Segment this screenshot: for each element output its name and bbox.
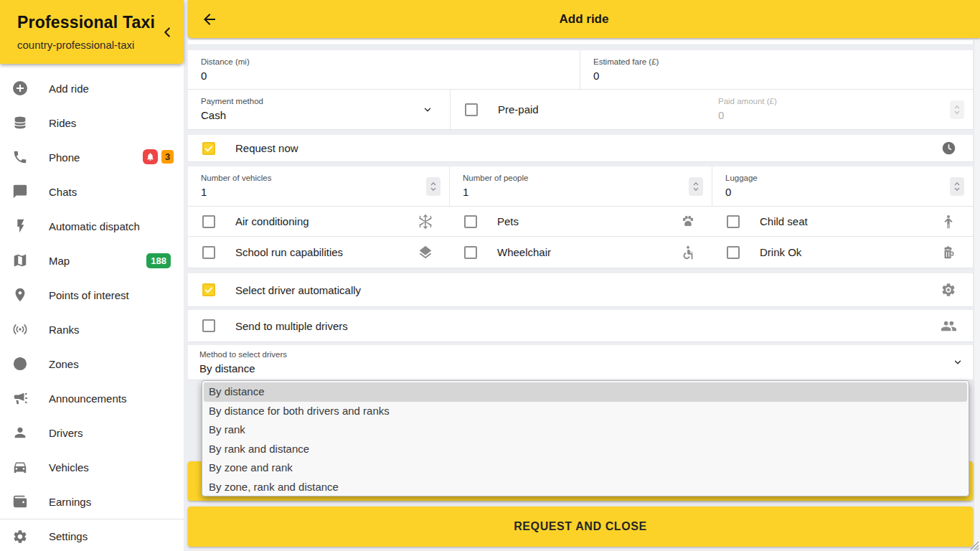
luggage-stepper[interactable] (950, 177, 964, 196)
air-conditioning-label: Air conditioning (235, 215, 309, 227)
distance-field[interactable]: Distance (mi) 0 (188, 50, 580, 89)
chevron-down-icon (953, 357, 963, 370)
dropdown-option-by-distance-both[interactable]: By distance for both drivers and ranks (202, 402, 969, 421)
bolt-icon (11, 217, 29, 235)
sidebar-item-label: Rides (49, 117, 76, 129)
app-title: Professional Taxi (17, 13, 155, 32)
scrolled-row-stub (188, 40, 973, 45)
sidebar-item-label: Points of interest (49, 289, 129, 301)
number-of-people-input[interactable]: 1 (463, 186, 712, 198)
method-to-select-drivers-select[interactable]: Method to select drivers By distance (188, 345, 973, 380)
estimated-fare-label: Estimated fare (£) (593, 57, 973, 66)
dropdown-option-by-zone-and-rank[interactable]: By zone and rank (202, 458, 969, 478)
luggage-field[interactable]: Luggage 0 (712, 166, 973, 206)
number-of-vehicles-stepper[interactable] (426, 177, 440, 196)
request-and-close-button[interactable]: REQUEST AND CLOSE (188, 507, 973, 547)
estimated-fare-field[interactable]: Estimated fare (£) 0 (580, 50, 973, 89)
number-of-people-field[interactable]: Number of people 1 (450, 166, 712, 206)
sidebar-item-label: Chats (49, 186, 77, 198)
paid-amount-label: Paid amount (£) (718, 97, 973, 105)
sidebar-item-rides[interactable]: Rides (0, 105, 184, 140)
send-to-multiple-drivers-label: Send to multiple drivers (235, 320, 348, 332)
pre-paid-checkbox[interactable] (465, 103, 478, 116)
sidebar-item-zones[interactable]: Zones (0, 347, 184, 381)
request-now-checkbox[interactable] (202, 142, 215, 155)
sidebar-item-automatic-dispatch[interactable]: Automatic dispatch (0, 209, 184, 243)
vertical-scrollbar[interactable] (974, 39, 980, 551)
add-circle-icon (11, 80, 29, 97)
row-request-now: Request now (188, 135, 973, 162)
child-seat-checkbox[interactable] (727, 215, 740, 228)
sidebar-item-label: Vehicles (49, 461, 89, 474)
air-conditioning-checkbox[interactable] (202, 215, 215, 228)
sidebar-item-add-ride[interactable]: Add ride (0, 71, 184, 105)
sidebar-item-label: Add ride (49, 83, 89, 95)
sidebar-item-earnings[interactable]: Earnings (0, 484, 184, 519)
wheelchair-checkbox[interactable] (464, 246, 477, 259)
child-icon (940, 213, 957, 230)
map-icon (11, 252, 29, 269)
resize-grip-icon[interactable] (966, 537, 979, 550)
select-driver-automatically-checkbox[interactable] (202, 283, 215, 296)
sidebar-collapse-button[interactable] (159, 24, 175, 40)
number-of-vehicles-field[interactable]: Number of vehicles 1 (188, 166, 450, 206)
wheelchair-option: Wheelchair (450, 237, 712, 268)
gear-icon (11, 528, 29, 545)
distance-input[interactable]: 0 (201, 70, 580, 82)
bell-icon (146, 152, 155, 161)
drink-ok-checkbox[interactable] (727, 246, 740, 259)
sidebar-item-phone[interactable]: Phone 3 (0, 140, 184, 174)
sidebar-item-label: Zones (49, 358, 79, 370)
child-seat-option: Child seat (712, 207, 973, 236)
sidebar-item-label: Drivers (49, 427, 83, 439)
dropdown-option-by-distance[interactable]: By distance (204, 382, 967, 402)
sidebar-item-points-of-interest[interactable]: Points of interest (0, 278, 184, 312)
person-icon (11, 424, 29, 441)
send-to-multiple-drivers-checkbox[interactable] (202, 319, 215, 332)
dropdown-option-by-rank[interactable]: By rank (202, 420, 969, 440)
sidebar-item-label: Map (49, 255, 70, 267)
method-label: Method to select drivers (199, 350, 973, 359)
sidebar-item-map[interactable]: Map 188 (0, 243, 184, 278)
school-run-checkbox[interactable] (202, 246, 215, 259)
sidebar-item-label: Earnings (49, 496, 91, 508)
signal-waves-icon (11, 321, 29, 338)
sidebar-item-settings[interactable]: Settings (0, 519, 184, 551)
luggage-input[interactable]: 0 (725, 186, 973, 198)
paw-icon (679, 213, 697, 230)
phone-icon (11, 149, 29, 166)
sidebar-item-label: Settings (49, 530, 88, 542)
number-of-people-label: Number of people (463, 174, 712, 182)
row-payment: Payment method Cash Pre-paid Paid amount… (188, 90, 973, 130)
method-value: By distance (199, 362, 973, 375)
notification-bell-badge (143, 149, 158, 164)
sidebar-item-announcements[interactable]: Announcements (0, 381, 184, 415)
number-of-people-stepper[interactable] (689, 177, 703, 196)
row-options-1: Air conditioning Pets Child seat (188, 207, 973, 237)
arrow-left-icon (201, 11, 218, 28)
sidebar-item-vehicles[interactable]: Vehicles (0, 450, 184, 484)
estimated-fare-input[interactable]: 0 (593, 70, 973, 82)
back-button[interactable] (188, 0, 231, 38)
number-of-vehicles-input[interactable]: 1 (201, 186, 449, 198)
payment-method-select[interactable]: Payment method Cash (188, 90, 451, 129)
select-driver-automatically-label: Select driver automatically (235, 284, 361, 296)
pets-checkbox[interactable] (464, 215, 477, 228)
paid-amount-input: 0 (718, 109, 973, 121)
row-select-driver-auto: Select driver automatically (188, 273, 973, 307)
sidebar-nav: Add ride Rides Phone 3 Chats Automatic d… (0, 71, 184, 551)
child-seat-label: Child seat (760, 215, 808, 227)
paid-amount-stepper (950, 100, 964, 119)
sidebar-item-ranks[interactable]: Ranks (0, 312, 184, 347)
school-run-option: School run capabilities (188, 237, 450, 268)
dropdown-option-by-zone-rank-distance[interactable]: By zone, rank and distance (202, 478, 969, 497)
sidebar-item-label: Automatic dispatch (49, 220, 140, 232)
sidebar-item-drivers[interactable]: Drivers (0, 415, 184, 450)
dropdown-option-by-rank-and-distance[interactable]: By rank and distance (202, 440, 969, 459)
sidebar-item-chats[interactable]: Chats (0, 174, 184, 209)
beer-icon (940, 244, 957, 261)
chevron-left-icon (159, 24, 175, 40)
database-icon (11, 114, 29, 131)
payment-method-label: Payment method (201, 97, 450, 105)
row-distance-fare: Distance (mi) 0 Estimated fare (£) 0 (188, 50, 973, 90)
